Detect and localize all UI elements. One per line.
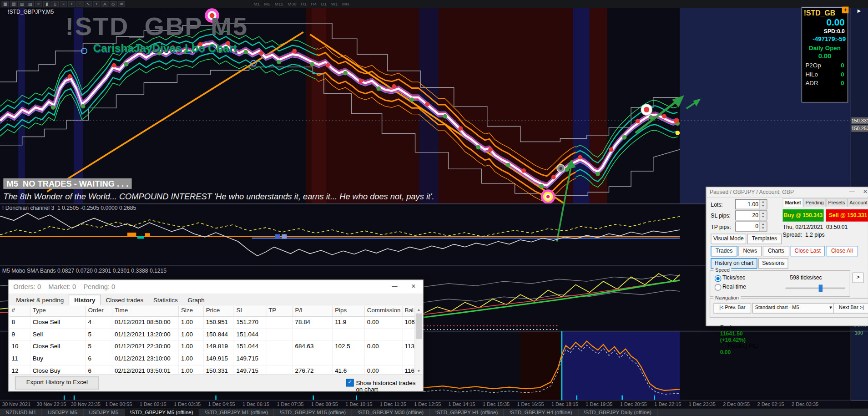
auto-scroll-icon[interactable]: ▶ xyxy=(858,8,861,13)
history-on-chart-button[interactable]: History on chart xyxy=(711,258,757,269)
table-cell: 41.6 xyxy=(333,365,365,374)
tp-stepper[interactable]: 0 ▲▼ xyxy=(735,222,767,232)
orders-tab-history[interactable]: History xyxy=(69,294,101,305)
column-header[interactable]: Size xyxy=(179,306,204,316)
timeframe-button-m1[interactable]: M1 xyxy=(253,1,260,6)
minimize-icon[interactable]: — xyxy=(390,283,400,289)
spinner-arrows-icon[interactable]: ▲▼ xyxy=(759,200,767,208)
terminal-icon[interactable]: ≡ xyxy=(35,1,42,7)
visual-mode-button[interactable]: Visual Mode xyxy=(711,233,746,244)
scrollbar-thumb[interactable] xyxy=(416,314,422,339)
zoom-out-icon[interactable]: − xyxy=(76,1,84,7)
scroll-up-icon[interactable]: ▲ xyxy=(415,306,423,313)
column-header[interactable]: Pips xyxy=(333,306,365,316)
orders-window-titlebar[interactable]: Orders: 0 Market: 0 Pending: 0 — ✕ xyxy=(9,280,423,294)
trades-button[interactable]: Trades xyxy=(711,246,737,256)
timeframe-button-w1[interactable]: W1 xyxy=(331,1,338,6)
panel-tab-pending[interactable]: Pending xyxy=(803,198,826,207)
table-row[interactable]: 10Close Sell501/12/2021 22:30:001.00149.… xyxy=(10,341,415,354)
scroll-down-icon[interactable]: ▼ xyxy=(415,367,423,375)
close-icon[interactable]: ✕ xyxy=(860,188,868,194)
indicators-icon[interactable]: ≋ xyxy=(118,1,125,7)
timeframe-button-d1[interactable]: D1 xyxy=(321,1,327,6)
spinner-arrows-icon[interactable]: ▲▼ xyxy=(759,211,767,220)
chart-tab[interactable]: !STD_GBPJPY Daily (offline) xyxy=(578,409,657,416)
orders-tab-market-pending[interactable]: Market & pending xyxy=(11,295,69,305)
navigator-icon[interactable]: ▧ xyxy=(26,1,34,7)
export-history-button[interactable]: Export History to Excel xyxy=(15,376,99,389)
sl-stepper[interactable]: 20 ▲▼ xyxy=(735,210,767,220)
chart-tab[interactable]: !STD_GBPJPY H4 (offline) xyxy=(504,409,578,416)
panel-tab-market[interactable]: Market xyxy=(783,198,803,207)
chart-window-icon[interactable]: ▤ xyxy=(10,1,17,7)
panel-tab-presets[interactable]: Presets xyxy=(826,198,848,207)
column-header[interactable]: Type xyxy=(30,306,86,316)
lots-stepper[interactable]: 1.00 ▲▼ xyxy=(735,199,767,209)
trade-panel-titlebar[interactable]: Paused / GBPJPY / Account: GBP — ✕ xyxy=(707,187,868,198)
table-row[interactable]: 9Sell501/12/2021 13:20:001.00150.844151.… xyxy=(10,329,415,341)
speed-slider[interactable] xyxy=(786,288,845,289)
chart-tab[interactable]: USDJPY M5 xyxy=(83,409,124,416)
sell-button[interactable]: Sell @ 150.331 xyxy=(826,209,868,222)
column-header[interactable]: Price xyxy=(204,306,234,316)
orders-tab-graph[interactable]: Graph xyxy=(183,295,210,305)
info-box-expand-button[interactable]: + xyxy=(842,7,849,14)
next-bar-button[interactable]: Next Bar >| xyxy=(833,303,868,314)
market-watch-icon[interactable]: ▥ xyxy=(18,1,25,7)
column-header[interactable]: TP xyxy=(266,306,293,316)
chart-tab[interactable]: !STD_GBPJPY M15 (offline) xyxy=(274,409,352,416)
table-row[interactable]: 12Close Buy602/12/2021 03:50:011.00150.3… xyxy=(10,365,415,374)
line-chart-icon[interactable]: ~ xyxy=(60,1,67,7)
close-icon[interactable]: ✕ xyxy=(409,283,419,289)
timeframe-button-h1[interactable]: H1 xyxy=(301,1,306,6)
chart-tab[interactable]: NZDUSD M1 xyxy=(0,409,42,416)
prev-bar-button[interactable]: |< Prev. Bar xyxy=(713,303,751,314)
column-header[interactable]: P/L xyxy=(293,306,333,316)
speed-slider-thumb[interactable] xyxy=(819,284,823,292)
timeframe-button-m15[interactable]: M15 xyxy=(275,1,283,6)
chart-tab[interactable]: !STD_GBPJPY M1 (offline) xyxy=(199,409,274,416)
column-header[interactable]: SL xyxy=(234,306,267,316)
zoom-in-icon[interactable]: + xyxy=(68,1,76,7)
timeframe-button-h4[interactable]: H4 xyxy=(311,1,316,6)
shapes-icon[interactable]: ◇ xyxy=(110,1,117,7)
table-row[interactable]: 8Close Sell401/12/2021 08:50:001.00150.9… xyxy=(10,317,415,329)
chart-mode-select[interactable]: Standard chart - M5 ▾ xyxy=(752,303,834,314)
column-header[interactable]: Commission xyxy=(365,306,403,316)
timeframe-button-mn[interactable]: MN xyxy=(342,1,349,6)
close-all-button[interactable]: Close All xyxy=(826,246,858,256)
new-chart-icon[interactable]: ▦ xyxy=(2,1,9,7)
buy-button[interactable]: Buy @ 150.343 xyxy=(783,209,824,222)
templates-button[interactable]: Templates xyxy=(747,233,782,244)
column-header[interactable]: Bal xyxy=(403,306,415,316)
table-row[interactable]: 11Buy601/12/2021 23:10:001.00149.915149.… xyxy=(10,353,415,365)
orders-scrollbar[interactable]: ▲ ▼ xyxy=(414,306,423,375)
spinner-arrows-icon[interactable]: ▲▼ xyxy=(759,222,767,231)
column-header[interactable]: Order xyxy=(86,306,112,316)
show-history-checkbox[interactable]: ✓ xyxy=(346,379,354,386)
bar-chart-icon[interactable]: ▮ xyxy=(43,1,50,7)
timeframe-button-m5[interactable]: M5 xyxy=(264,1,271,6)
sessions-button[interactable]: Sessions xyxy=(758,258,788,269)
panel-tab-account[interactable]: Account xyxy=(847,198,868,207)
news-button[interactable]: News xyxy=(738,246,762,256)
realtime-radio[interactable] xyxy=(715,284,722,291)
text-tool-icon[interactable]: A xyxy=(101,1,109,7)
candlestick-icon[interactable]: ▯ xyxy=(51,1,59,7)
timeframe-button-m30[interactable]: M30 xyxy=(288,1,297,6)
orders-tab-statistics[interactable]: Statistics xyxy=(148,295,182,305)
chart-tab[interactable]: USDJPY M5 xyxy=(42,409,83,416)
cursor-icon[interactable]: ↖ xyxy=(85,1,92,7)
ticks-radio[interactable] xyxy=(715,275,722,282)
close-last-button[interactable]: Close Last xyxy=(791,246,825,256)
step-forward-button[interactable]: > xyxy=(853,273,863,283)
charts-button[interactable]: Charts xyxy=(763,246,789,256)
column-header[interactable]: # xyxy=(10,306,30,316)
chart-tab[interactable]: !STD_GBPJPY H1 (offline) xyxy=(429,409,504,416)
chart-tab[interactable]: !STD_GBPJPY M30 (offline) xyxy=(352,409,430,416)
chart-tab[interactable]: !STD_GBPJPY M5 (offline) xyxy=(124,409,199,416)
orders-tab-closed-trades[interactable]: Closed trades xyxy=(101,295,148,305)
column-header[interactable]: Time xyxy=(112,306,179,316)
minimize-icon[interactable]: — xyxy=(847,188,857,194)
crosshair-icon[interactable]: + xyxy=(93,1,100,7)
